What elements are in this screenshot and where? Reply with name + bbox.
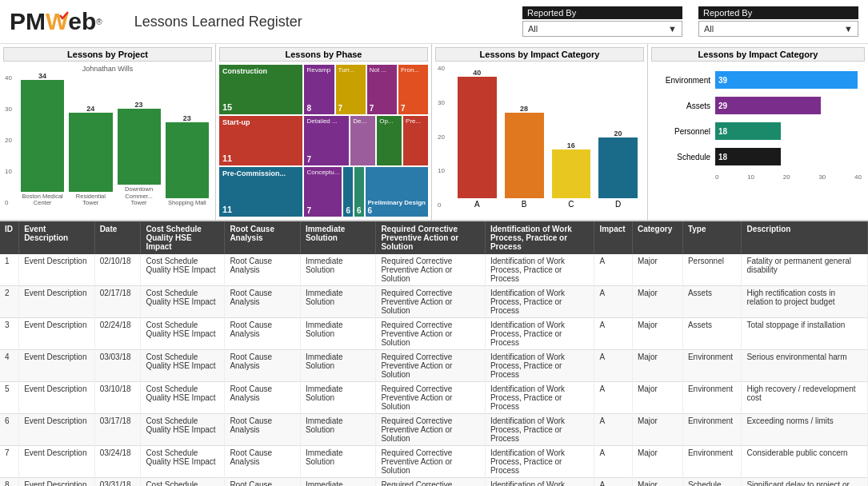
logo-w-wrap: W xyxy=(46,8,68,35)
impact-c-value: 16 xyxy=(567,141,575,149)
cell-cat: Major xyxy=(632,414,682,446)
cell-date: 03/03/18 xyxy=(94,350,141,382)
table-row: 2 Event Description 02/17/18 Cost Schedu… xyxy=(0,286,868,318)
chart3-y-axis: 40 30 20 10 0 xyxy=(435,65,451,209)
cell-desc: High rectification costs in relation to … xyxy=(742,286,868,318)
cell-cost: Cost Schedule Quality HSE Impact xyxy=(141,382,225,414)
chart4-title: Lessons by Impact Category xyxy=(651,47,865,62)
cell-imm: Immediate Solution xyxy=(300,414,376,446)
cell-imm: Immediate Solution xyxy=(300,478,376,487)
sub-prelim: Preliminary Design 6 xyxy=(366,167,428,217)
impact-a-label: A xyxy=(474,200,480,209)
logo: PM W eb ® xyxy=(10,8,102,35)
table-row: 6 Event Description 03/17/18 Cost Schedu… xyxy=(0,414,868,446)
cell-ident: Identification of Work Process, Practice… xyxy=(485,318,594,350)
cell-root: Root Cause Analysis xyxy=(225,254,301,286)
y3-10: 10 xyxy=(438,167,449,174)
impact-a-rect xyxy=(458,77,497,198)
table-row: 3 Event Description 02/24/18 Cost Schedu… xyxy=(0,318,868,350)
cell-root: Root Cause Analysis xyxy=(225,414,301,446)
cell-req: Required Corrective Preventive Action or… xyxy=(376,414,486,446)
cell-date: 02/24/18 xyxy=(94,318,141,350)
cell-impact: A xyxy=(594,318,633,350)
chart2-title: Lessons by Phase xyxy=(219,47,428,62)
filter2-select[interactable]: All ▼ xyxy=(698,21,858,37)
bar-residential-label: Residential Tower xyxy=(69,193,112,207)
th-req: Required Corrective Preventive Action or… xyxy=(376,221,486,254)
cell-ident: Identification of Work Process, Practice… xyxy=(485,478,594,487)
cell-date: 03/10/18 xyxy=(94,382,141,414)
horiz-env-bar: 39 xyxy=(715,71,858,89)
cell-root: Root Cause Analysis xyxy=(225,446,301,478)
sub-pc2-num: 6 xyxy=(346,206,350,215)
y3-20: 20 xyxy=(438,133,449,141)
cell-req: Required Corrective Preventive Action or… xyxy=(376,382,486,414)
subphase-row3: Conceptu... 7 6 6 Preliminary Design 6 xyxy=(304,167,428,217)
cell-impact: A xyxy=(594,286,633,318)
sub-pc2: 6 xyxy=(343,167,353,217)
bar-shopping: 23 Shopping Mall xyxy=(166,114,209,206)
bar-downtown-rect xyxy=(118,109,161,185)
chart-lessons-by-project: Lessons by Project Johnathan Wills 40 30… xyxy=(0,44,216,220)
cell-desc: High recovery / redevelopment cost xyxy=(742,382,868,414)
cell-cat: Major xyxy=(632,478,682,487)
phase-labels-col: Construction 15 Start-up 11 Pre-Commissi… xyxy=(219,65,302,217)
cell-cat: Major xyxy=(632,318,682,350)
sub-op: Op... xyxy=(377,116,402,165)
sub-detailed-label: Detailed ... xyxy=(306,118,346,125)
cell-cost: Cost Schedule Quality HSE Impact xyxy=(141,286,225,318)
cell-ident: Identification of Work Process, Practice… xyxy=(485,350,594,382)
cell-ident: Identification of Work Process, Practice… xyxy=(485,254,594,286)
x-tick-40: 40 xyxy=(854,173,862,181)
cell-type: Personnel xyxy=(682,254,742,286)
x-tick-30: 30 xyxy=(818,173,826,181)
th-imm: Immediate Solution xyxy=(300,221,376,254)
sub-turr-num: 7 xyxy=(338,104,363,113)
cell-date: 02/10/18 xyxy=(94,254,141,286)
sub-pre: Pre... xyxy=(403,116,428,165)
cell-root: Root Cause Analysis xyxy=(225,382,301,414)
cell-impact: A xyxy=(594,382,633,414)
bar-residential-value: 24 xyxy=(86,105,94,113)
horiz-env-label: Environment xyxy=(654,76,710,85)
x-tick-10: 10 xyxy=(747,173,754,181)
table-row: 5 Event Description 03/10/18 Cost Schedu… xyxy=(0,382,868,414)
th-event: Event Description xyxy=(19,221,95,254)
filter1-select[interactable]: All ▼ xyxy=(522,21,682,37)
horiz-schedule-value: 18 xyxy=(715,153,727,161)
cell-root: Root Cause Analysis xyxy=(225,286,301,318)
sub-conceptu-num: 7 xyxy=(306,206,339,215)
sub-not-label: Not ... xyxy=(370,66,394,74)
cell-id: 5 xyxy=(0,382,19,414)
horiz-schedule-bar: 18 xyxy=(715,148,781,165)
horiz-assets-label: Assets xyxy=(654,102,710,110)
impact-c-rect xyxy=(552,149,591,198)
sub-turr: Turr... 7 xyxy=(336,65,366,114)
logo-registered: ® xyxy=(96,18,102,26)
bar-downtown-label: Downtown Commer... Tower xyxy=(118,186,161,206)
horiz-assets: Assets 29 xyxy=(654,97,862,114)
cell-event: Event Description xyxy=(19,318,95,350)
charts-row: Lessons by Project Johnathan Wills 40 30… xyxy=(0,44,868,221)
th-type: Type xyxy=(682,221,742,254)
filter1-chevron-icon: ▼ xyxy=(668,24,677,34)
th-cost: Cost Schedule Quality HSE Impact xyxy=(141,221,225,254)
table-header-row: ID Event Description Date Cost Schedule … xyxy=(0,221,868,254)
subphase-cols: Revamp 8 Turr... 7 Not ... 7 Fron... 7 xyxy=(304,65,428,217)
cell-imm: Immediate Solution xyxy=(300,382,376,414)
cell-ident: Identification of Work Process, Practice… xyxy=(485,446,594,478)
th-date: Date xyxy=(94,221,141,254)
logo-pm: PM xyxy=(10,8,46,35)
phase-precomm: Pre-Commission... 11 xyxy=(219,167,302,217)
cell-root: Root Cause Analysis xyxy=(225,478,301,487)
cell-req: Required Corrective Preventive Action or… xyxy=(376,350,486,382)
cell-date: 03/31/18 xyxy=(94,478,141,487)
cell-date: 03/17/18 xyxy=(94,414,141,446)
cell-id: 6 xyxy=(0,414,19,446)
impact-b-rect xyxy=(505,113,544,198)
sub-de-label: De... xyxy=(353,118,373,125)
cell-event: Event Description xyxy=(19,286,95,318)
cell-id: 8 xyxy=(0,478,19,487)
table-row: 4 Event Description 03/03/18 Cost Schedu… xyxy=(0,350,868,382)
cell-event: Event Description xyxy=(19,478,95,487)
